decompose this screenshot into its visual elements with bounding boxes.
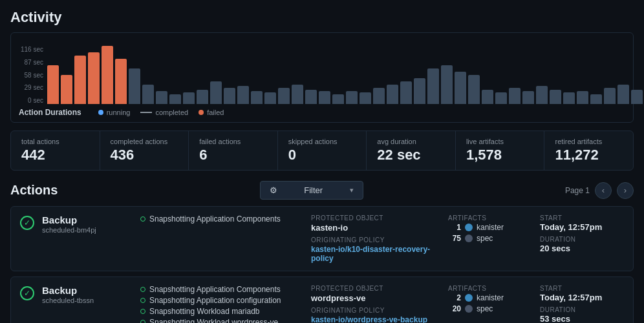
duration-label: DURATION [540, 306, 624, 313]
stat-item: skipped actions 0 [278, 131, 367, 170]
start-label: START [540, 214, 624, 222]
chart-bar-completed [142, 85, 154, 104]
chart-bar-completed [264, 92, 276, 104]
stat-label: avg duration [377, 138, 445, 145]
stat-item: completed actions 436 [100, 131, 189, 170]
action-artifacts: ARTIFACTS 2 kanister 20 spec [448, 285, 532, 315]
chart-bar-completed [509, 88, 521, 104]
pagination: Page 1 ‹ › [565, 182, 634, 199]
chart-bar-completed [414, 78, 425, 104]
y-axis-label: 29 sec [19, 84, 43, 91]
stat-item: total actions 442 [11, 131, 100, 170]
action-row: ✓ Backup scheduled-bm4pj Snapshotting Ap… [10, 206, 634, 271]
chart-bar-completed [319, 91, 330, 104]
y-axis-label: 87 sec [19, 59, 43, 66]
filter-button[interactable]: ⚙ Filter ▾ [260, 181, 363, 200]
chart-bar-completed [183, 92, 195, 104]
step-label: Snapshotting Application Components [149, 214, 281, 224]
actions-header: Actions ⚙ Filter ▾ Page 1 ‹ › [10, 181, 634, 200]
stat-value: 0 [288, 147, 356, 163]
action-protected: PROTECTED OBJECT wordpress-ve ORIGINATIN… [311, 285, 440, 323]
action-check-icon: ✓ [20, 286, 34, 300]
stat-label: completed actions [111, 138, 178, 145]
artifact-item: 20 spec [448, 304, 532, 313]
filter-label: Filter [304, 185, 323, 195]
stat-label: total actions [21, 138, 89, 145]
legend-failed: failed [199, 109, 224, 116]
duration-value: 53 secs [540, 314, 624, 323]
chart-bar-completed [292, 85, 303, 104]
page-label: Page 1 [565, 186, 590, 195]
stats-row: total actions 442 completed actions 436 … [10, 130, 634, 171]
protected-object-label: PROTECTED OBJECT [311, 285, 440, 292]
policy-value: kasten-io/k10-disaster-recovery-policy [311, 245, 440, 263]
y-axis: 0 sec29 sec58 sec87 sec116 sec [19, 46, 43, 104]
policy-label: ORIGINATING POLICY [311, 236, 440, 244]
stat-item: avg duration 22 sec [367, 131, 456, 170]
artifact-icon [465, 224, 473, 231]
legend-running: running [98, 109, 131, 116]
protected-object-value: wordpress-ve [311, 293, 440, 303]
policy-label: ORIGINATING POLICY [311, 307, 440, 314]
chart-bar-completed [590, 94, 602, 104]
chart-bar-completed [197, 90, 208, 104]
artifact-item: 1 kanister [448, 223, 532, 232]
step-item: Snapshotting Workload wordpress-ve [140, 318, 303, 323]
protected-object-label: PROTECTED OBJECT [311, 214, 440, 222]
chart-bar-completed [346, 91, 358, 104]
start-label: START [540, 285, 624, 292]
next-page-button[interactable]: › [617, 182, 634, 199]
stat-value: 436 [111, 147, 178, 163]
chart-bar-completed [455, 72, 466, 104]
y-axis-label: 116 sec [19, 46, 43, 53]
step-item: Snapshotting Application Components [140, 285, 303, 294]
chart-bar-failed [102, 46, 113, 104]
chart-bar-completed [563, 92, 575, 104]
main-page: Activity 0 sec29 sec58 sec87 sec116 sec … [0, 0, 644, 323]
artifact-count: 1 [448, 223, 461, 232]
chart-bar-completed [617, 85, 629, 104]
protected-object-value: kasten-io [311, 223, 440, 233]
chart-bar-completed [156, 91, 167, 104]
action-sub: scheduled-tbssn [42, 297, 133, 304]
action-main: Backup scheduled-tbssn [42, 285, 133, 304]
stat-label: skipped actions [288, 138, 356, 145]
chart-bar-completed [427, 68, 439, 104]
legend-completed-label: completed [155, 109, 188, 116]
chart-bar-completed [224, 88, 235, 104]
chart-bar-failed [74, 56, 86, 104]
action-type: Backup [42, 214, 133, 225]
stat-value: 442 [21, 147, 89, 163]
chart-bar-completed [550, 90, 561, 104]
action-type: Backup [42, 285, 133, 296]
action-check-icon: ✓ [20, 216, 34, 230]
artifact-icon [465, 234, 473, 242]
action-main: Backup scheduled-bm4pj [42, 214, 133, 234]
step-dot [140, 309, 145, 314]
chart-bar-completed [169, 94, 181, 104]
artifact-item: 2 kanister [448, 293, 532, 302]
page-title: Activity [10, 9, 634, 26]
legend-completed: completed [140, 109, 188, 116]
chart-bar-completed [482, 90, 493, 104]
step-dot [140, 320, 145, 323]
step-label: Snapshotting Workload mariadb [149, 307, 260, 316]
artifact-name: kanister [477, 223, 504, 232]
chart-bar-completed [536, 86, 548, 104]
chart-title: Action Durations [19, 108, 81, 117]
legend-running-label: running [107, 109, 131, 116]
artifact-count: 20 [448, 304, 461, 313]
action-artifacts: ARTIFACTS 1 kanister 75 spec [448, 214, 532, 245]
running-dot [98, 110, 103, 115]
artifact-name: spec [477, 304, 493, 313]
chart-bar-completed [278, 88, 290, 104]
chart-bar-failed [61, 75, 72, 104]
chart-container: 0 sec29 sec58 sec87 sec116 sec Action Du… [10, 32, 634, 123]
prev-page-button[interactable]: ‹ [595, 182, 612, 199]
y-axis-label: 58 sec [19, 72, 43, 79]
chart-bar-completed [305, 90, 317, 104]
duration-label: DURATION [540, 236, 624, 243]
chevron-down-icon: ▾ [350, 186, 354, 194]
chart-bar-failed [47, 65, 59, 104]
stat-value: 22 sec [377, 147, 445, 163]
